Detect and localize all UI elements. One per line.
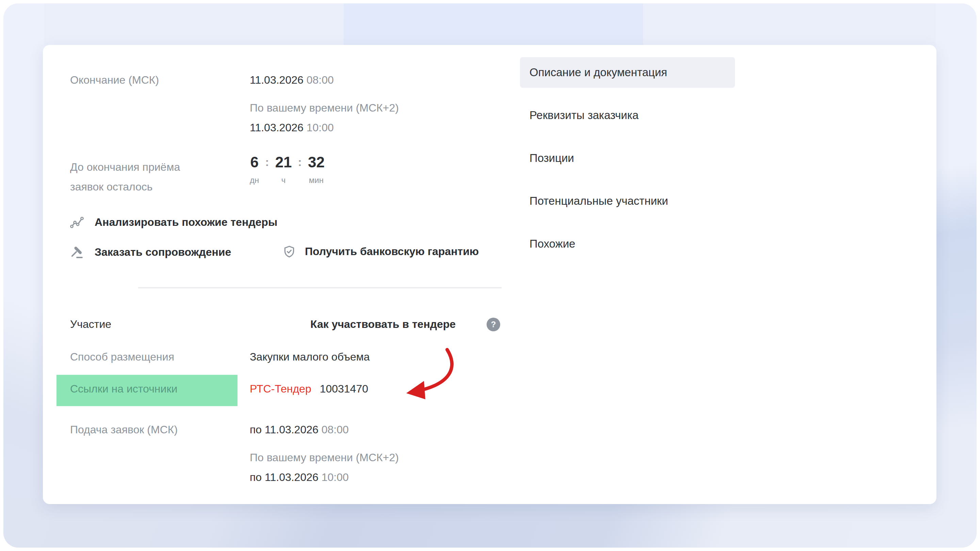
chart-line-icon: [70, 216, 84, 229]
nav-item-positions[interactable]: Позиции: [520, 143, 735, 173]
background-bottom-shape: [3, 499, 977, 548]
background-right-shape: [936, 3, 977, 548]
deadline-date: 11.03.2026: [250, 74, 304, 86]
countdown-hours-unit: ч: [282, 176, 286, 185]
countdown-colon: :: [259, 154, 275, 170]
submission-local-label: По вашему времени (МСК+2): [250, 450, 399, 465]
deadline-local-time: 10:00: [307, 122, 334, 133]
countdown-label-line1: До окончания приёма: [70, 157, 180, 177]
sources-value: РТС-Тендер 10031470: [250, 382, 368, 397]
help-icon[interactable]: ?: [487, 318, 500, 331]
bank-guarantee-link[interactable]: Получить банковскую гарантию: [305, 244, 479, 259]
submission-label: Подача заявок (МСК): [70, 422, 178, 437]
placement-method-label: Способ размещения: [70, 349, 174, 365]
countdown-label-line2: заявок осталось: [70, 177, 180, 197]
countdown-minutes-group: 32 мин: [308, 154, 325, 185]
submission-value: по 11.03.2026 08:00: [250, 422, 349, 437]
deadline-local-date: 11.03.2026: [250, 122, 304, 133]
source-id: 10031470: [320, 383, 368, 395]
analyze-similar-link[interactable]: Анализировать похожие тендеры: [95, 215, 277, 230]
countdown-hours: 21: [275, 154, 292, 171]
countdown-colon: :: [292, 154, 308, 170]
countdown-label: До окончания приёма заявок осталось: [70, 157, 180, 197]
how-to-participate-link[interactable]: Как участвовать в тендере: [310, 317, 456, 332]
countdown-minutes: 32: [308, 154, 325, 171]
countdown-days-group: 6 дн: [250, 154, 259, 185]
deadline-label: Окончание (МСК): [70, 73, 159, 88]
shield-check-icon: [282, 245, 296, 259]
countdown-days: 6: [250, 154, 259, 171]
submission-local-date: по 11.03.2026: [250, 472, 318, 483]
deadline-local-value: 11.03.2026 10:00: [250, 121, 334, 135]
participation-title: Участие: [70, 317, 111, 332]
placement-method-value: Закупки малого объема: [250, 349, 370, 365]
submission-local-value: по 11.03.2026 10:00: [250, 470, 349, 485]
page: Окончание (МСК) 11.03.2026 08:00 По ваше…: [0, 0, 980, 551]
countdown-timer: 6 дн : 21 ч : 32 мин: [250, 154, 325, 185]
gavel-icon: [70, 246, 84, 259]
source-platform-link[interactable]: РТС-Тендер: [250, 383, 311, 395]
tender-details-card: Окончание (МСК) 11.03.2026 08:00 По ваше…: [43, 45, 937, 504]
red-annotation-arrow: [402, 346, 465, 407]
nav-item-description[interactable]: Описание и документация: [520, 57, 735, 88]
countdown-hours-group: 21 ч: [275, 154, 292, 185]
deadline-local-label: По вашему времени (МСК+2): [250, 101, 399, 116]
order-support-link[interactable]: Заказать сопровождение: [95, 245, 231, 260]
deadline-time: 08:00: [307, 74, 334, 86]
background-left-shape: [3, 3, 44, 548]
nav-item-customer-details[interactable]: Реквизиты заказчика: [520, 100, 735, 130]
sources-label: Ссылки на источники: [70, 382, 177, 397]
countdown-days-unit: дн: [250, 176, 259, 185]
submission-time: 08:00: [321, 424, 349, 435]
section-divider: [138, 287, 501, 288]
deadline-value: 11.03.2026 08:00: [250, 73, 334, 88]
submission-local-time: 10:00: [321, 472, 349, 483]
submission-date: по 11.03.2026: [250, 424, 318, 435]
nav-item-potential-participants[interactable]: Потенциальные участники: [520, 186, 735, 216]
nav-item-similar[interactable]: Похожие: [520, 229, 735, 259]
section-nav: Описание и документация Реквизиты заказч…: [520, 57, 735, 259]
countdown-minutes-unit: мин: [309, 176, 324, 185]
